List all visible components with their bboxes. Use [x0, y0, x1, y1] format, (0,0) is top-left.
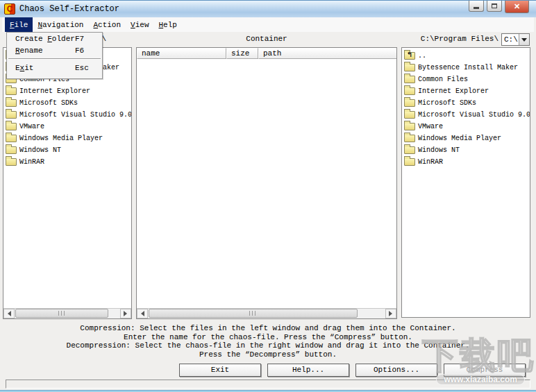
instructions-text: Compression: Select the files in the lef…: [0, 324, 536, 359]
file-list-item[interactable]: Bytessence Install Maker: [402, 62, 530, 74]
scroll-left-button[interactable]: [3, 309, 15, 318]
close-button[interactable]: ✕: [505, 1, 529, 13]
window-title: Chaos Self-Extractor: [19, 4, 119, 14]
file-list-item[interactable]: Windows NT: [402, 144, 530, 156]
file-menu-dropdown: Create Folder F7 Rename F6 Exit Esc: [6, 32, 103, 79]
instruction-line: Press the “Decompress” button.: [0, 350, 536, 359]
scroll-right-button[interactable]: [120, 309, 131, 318]
scrollbar-thumb[interactable]: [149, 309, 358, 318]
file-list-item[interactable]: ..: [402, 50, 530, 62]
folder-icon: [6, 111, 17, 119]
scrollbar-track[interactable]: [15, 309, 120, 318]
left-file-panel: .. Bytessence Install Maker Common Files…: [3, 47, 132, 319]
grip-icon: [249, 311, 256, 316]
drive-dropdown-button[interactable]: [519, 34, 529, 45]
shortcut-label: Esc: [75, 64, 89, 72]
file-list-item[interactable]: Internet Explorer: [3, 85, 131, 97]
left-panel-horizontal-scrollbar[interactable]: [3, 308, 131, 318]
right-file-list: .. Bytessence Install Maker Common Files…: [402, 48, 530, 168]
file-list-item[interactable]: Microsoft SDKs: [402, 97, 530, 109]
app-icon: C: [4, 3, 15, 15]
compress-button[interactable]: Compress: [444, 364, 526, 377]
container-column-headers: name size path: [137, 48, 396, 59]
right-panel-path-label: C:\Program Files\: [401, 35, 499, 44]
container-panel: name size path: [136, 47, 397, 319]
right-file-panel: .. Bytessence Install Maker Common Files…: [401, 47, 530, 318]
options-button[interactable]: Options...: [355, 364, 437, 377]
chevron-down-icon: [521, 38, 527, 44]
file-list-item[interactable]: Windows NT: [3, 144, 131, 156]
file-list-item[interactable]: Common Files: [402, 74, 530, 85]
menu-view[interactable]: View: [126, 17, 153, 32]
scrollbar-track[interactable]: [148, 309, 385, 318]
menu-action[interactable]: Action: [88, 17, 126, 32]
titlebar[interactable]: C Chaos Self-Extractor ✕: [0, 0, 536, 17]
menu-file[interactable]: File: [5, 17, 33, 32]
menu-navigation[interactable]: Navigation: [33, 17, 88, 32]
help-button[interactable]: Help...: [267, 364, 349, 377]
grip-icon: [58, 311, 65, 316]
file-list-item[interactable]: Microsoft Visual Studio 9.0: [3, 109, 131, 121]
file-list-item[interactable]: Microsoft SDKs: [3, 97, 131, 109]
folder-up-icon: [404, 52, 415, 60]
scrollbar-thumb[interactable]: [15, 309, 108, 318]
folder-icon: [404, 146, 415, 154]
menu-item-rename[interactable]: Rename F6: [7, 44, 102, 56]
folder-icon: [6, 146, 17, 154]
shortcut-label: F7: [75, 35, 84, 43]
folder-icon: [6, 123, 17, 130]
file-list-item[interactable]: Windows Media Player: [402, 133, 530, 144]
menu-separator: [8, 58, 101, 60]
column-header-path[interactable]: path: [258, 48, 396, 59]
arrow-left-icon: [138, 311, 144, 316]
folder-icon: [404, 87, 415, 95]
app-window: C Chaos Self-Extractor ✕ File Navigation…: [0, 0, 536, 392]
file-list-item[interactable]: WinRAR: [402, 156, 530, 168]
scroll-right-button[interactable]: [385, 309, 396, 318]
arrow-right-icon: [389, 311, 395, 316]
folder-icon: [404, 123, 415, 130]
file-list-item[interactable]: Internet Explorer: [402, 85, 530, 97]
folder-icon: [6, 135, 17, 142]
folder-icon: [404, 76, 415, 83]
minimize-button[interactable]: [469, 1, 484, 12]
folder-icon: [404, 64, 415, 71]
folder-icon: [404, 111, 415, 119]
instruction-line: Enter the name for the chaos-file. Press…: [0, 333, 536, 342]
file-list-item[interactable]: WinRAR: [3, 156, 131, 168]
menubar: File Navigation Action View Help: [2, 17, 534, 32]
menu-item-create-folder[interactable]: Create Folder F7: [7, 33, 102, 44]
shortcut-label: F6: [75, 46, 84, 55]
drive-selected-value: C:\: [502, 35, 519, 44]
scroll-left-button[interactable]: [137, 309, 148, 318]
arrow-right-icon: [124, 311, 130, 316]
column-header-name[interactable]: name: [137, 48, 226, 59]
container-title: Container: [136, 35, 397, 44]
folder-icon: [6, 87, 17, 95]
folder-icon: [6, 99, 17, 107]
menu-help[interactable]: Help: [154, 17, 182, 32]
drive-selector[interactable]: C:\: [501, 33, 530, 46]
file-list-item[interactable]: Windows Media Player: [3, 133, 131, 144]
maximize-icon: [492, 3, 497, 8]
folder-icon: [404, 158, 415, 166]
folder-icon: [404, 99, 415, 107]
folder-icon: [404, 135, 415, 142]
instruction-line: Decompression: Select the chaos-file in …: [0, 341, 536, 350]
minimize-icon: [474, 7, 479, 9]
container-horizontal-scrollbar[interactable]: [137, 308, 396, 318]
folder-icon: [6, 158, 17, 166]
close-icon: ✕: [514, 2, 520, 11]
file-list-item[interactable]: VMware: [3, 121, 131, 133]
file-list-item[interactable]: Microsoft Visual Studio 9.0: [402, 109, 530, 121]
exit-button[interactable]: Exit: [179, 364, 261, 377]
instruction-line: Compression: Select the files in the lef…: [0, 324, 536, 333]
file-list-item[interactable]: VMware: [402, 121, 530, 133]
arrow-left-icon: [5, 311, 11, 316]
column-header-size[interactable]: size: [226, 48, 258, 59]
maximize-button[interactable]: [487, 1, 502, 12]
menu-item-exit[interactable]: Exit Esc: [7, 62, 102, 74]
status-bar: [6, 380, 530, 389]
